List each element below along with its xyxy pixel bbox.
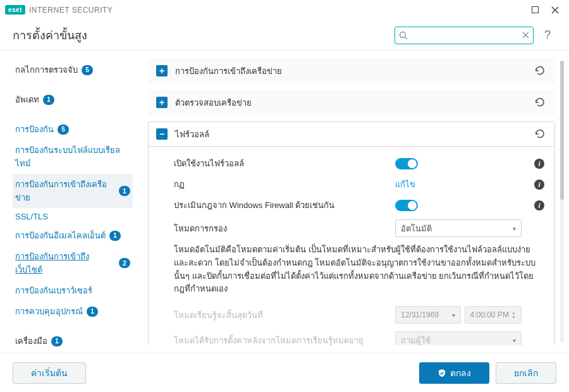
app-logo: eset INTERNET SECURITY xyxy=(5,5,113,15)
badge: 1 xyxy=(119,186,130,196)
footer: ค่าเริ่มต้น ตกลง ยกเลิก xyxy=(0,353,569,392)
label: ประเมินกฎจาก Windows Firewall ด้วยเช่นกั… xyxy=(174,199,389,212)
revert-icon[interactable] xyxy=(533,95,547,109)
row-enable-firewall: เปิดใช้งานไฟร์วอลล์ i xyxy=(174,153,546,174)
header: การตั้งค่าขั้นสูง ? xyxy=(0,20,569,51)
badge: 2 xyxy=(119,258,130,268)
help-button[interactable]: ? xyxy=(539,28,556,42)
info-icon[interactable]: i xyxy=(534,200,544,211)
page-title: การตั้งค่าขั้นสูง xyxy=(13,26,87,44)
chevron-down-icon: ▾ xyxy=(452,312,455,319)
label: โหมดเรียนรู้จะสิ้นสุดวันที่ xyxy=(174,309,389,322)
label: กฏ xyxy=(174,178,389,191)
sidebar: กลไกการตรวจจับ5 อัพเดท1 การป้องกัน5 การป… xyxy=(0,51,139,353)
sidebar-item-update[interactable]: อัพเดท1 xyxy=(13,89,133,110)
titlebar: eset INTERNET SECURITY xyxy=(0,0,569,20)
badge: 1 xyxy=(87,307,98,317)
sidebar-item-web-access[interactable]: การป้องกันการเข้าถึงเว็บไซต์2 xyxy=(13,246,133,280)
row-filtering-mode: โหมดการกรอง อัตโนมัติ ▾ xyxy=(174,216,546,241)
shield-icon xyxy=(437,369,446,377)
learning-end-date-input: 12/31/1969 ▾ xyxy=(395,306,461,324)
expand-icon: + xyxy=(156,65,168,77)
select-value: อัตโนมัติ xyxy=(401,222,432,235)
row-after-learning: โหมดได้รับการตั้งค่าหลังจากโหมดการเรียนร… xyxy=(174,328,546,345)
info-icon[interactable]: i xyxy=(534,159,544,169)
scrollbar-thumb[interactable] xyxy=(560,61,564,200)
clear-search-icon[interactable] xyxy=(522,32,529,39)
window-close-icon[interactable] xyxy=(546,1,564,19)
label: โหมดการกรอง xyxy=(174,222,389,235)
eval-wf-toggle[interactable] xyxy=(395,200,418,211)
svg-rect-0 xyxy=(532,7,538,13)
filtering-mode-select[interactable]: อัตโนมัติ ▾ xyxy=(395,219,522,237)
sidebar-item-network-access[interactable]: การป้องกันการเข้าถึงเครือข่าย1 xyxy=(13,174,133,208)
section-network-inspector[interactable]: + ตัวตรวจสอบเครือข่าย xyxy=(148,90,555,115)
cancel-button[interactable]: ยกเลิก xyxy=(496,362,556,384)
badge: 5 xyxy=(58,125,69,135)
sidebar-item-realtime-fs[interactable]: การป้องกันระบบไฟล์แบบเรียลไทม์ xyxy=(13,140,133,174)
firewall-panel: เปิดใช้งานไฟร์วอลล์ i กฏ แก้ไข i ประเมิน… xyxy=(148,147,555,345)
row-learning-end: โหมดเรียนรู้จะสิ้นสุดวันที่ 12/31/1969 ▾… xyxy=(174,302,546,328)
search-box[interactable] xyxy=(395,27,534,44)
section-title: การป้องกันการเข้าถึงเครือข่าย xyxy=(175,64,525,78)
after-learning-select: ถามผู้ใช้ ▾ xyxy=(395,331,522,345)
info-icon[interactable]: i xyxy=(534,180,544,190)
spinner-icon: ▲▼ xyxy=(511,310,516,319)
brand-badge: eset xyxy=(5,5,25,15)
revert-icon[interactable] xyxy=(533,127,547,141)
svg-point-1 xyxy=(400,32,406,37)
learning-end-time-input: 4:00:00 PM ▲▼ xyxy=(465,306,522,324)
enable-firewall-toggle[interactable] xyxy=(395,158,418,169)
row-rules: กฏ แก้ไข i xyxy=(174,174,546,195)
edit-rules-link[interactable]: แก้ไข xyxy=(395,178,415,191)
badge: 1 xyxy=(51,336,63,346)
section-title: ตัวตรวจสอบเครือข่าย xyxy=(175,96,525,109)
product-name: INTERNET SECURITY xyxy=(29,6,113,15)
row-eval-windows-firewall: ประเมินกฎจาก Windows Firewall ด้วยเช่นกั… xyxy=(174,195,546,216)
chevron-down-icon: ▾ xyxy=(513,225,516,232)
sidebar-item-device-control[interactable]: การควบคุมอุปกรณ์1 xyxy=(13,301,133,322)
expand-icon: + xyxy=(156,97,168,108)
filtering-mode-description: โหมดอัตโนมัติคือโหมดตามค่าเริ่มต้น เป็นโ… xyxy=(174,241,546,302)
badge: 1 xyxy=(43,95,54,105)
section-network-protection[interactable]: + การป้องกันการเข้าถึงเครือข่าย xyxy=(148,58,555,83)
sidebar-item-email-client[interactable]: การป้องกันอีเมลไคลเอ็นต์1 xyxy=(13,225,133,246)
defaults-button[interactable]: ค่าเริ่มต้น xyxy=(13,362,86,384)
select-value: ถามผู้ใช้ xyxy=(401,334,431,345)
revert-icon[interactable] xyxy=(533,64,547,78)
sidebar-item-browser[interactable]: การป้องกันเบราว์เซอร์ xyxy=(13,280,133,301)
search-input[interactable] xyxy=(408,31,522,40)
chevron-down-icon: ▾ xyxy=(513,337,516,344)
label: เปิดใช้งานไฟร์วอลล์ xyxy=(174,157,389,170)
section-title: ไฟร์วอลล์ xyxy=(175,128,525,141)
window-maximize-icon[interactable] xyxy=(526,1,544,19)
badge: 5 xyxy=(82,65,93,75)
search-icon xyxy=(399,31,408,40)
sidebar-item-ssl-tls[interactable]: SSL/TLS xyxy=(13,208,133,225)
sidebar-item-protection[interactable]: การป้องกัน5 xyxy=(13,119,133,140)
label: โหมดได้รับการตั้งค่าหลังจากโหมดการเรียนร… xyxy=(174,334,389,345)
badge: 1 xyxy=(109,231,121,241)
ok-button[interactable]: ตกลง xyxy=(419,362,489,384)
main-area: + การป้องกันการเข้าถึงเครือข่าย + ตัวตรว… xyxy=(139,51,569,353)
section-firewall[interactable]: − ไฟร์วอลล์ xyxy=(148,121,555,147)
collapse-icon: − xyxy=(156,128,168,140)
scrollbar[interactable] xyxy=(560,61,564,343)
sidebar-item-detection-engine[interactable]: กลไกการตรวจจับ5 xyxy=(13,59,133,80)
sidebar-item-tools[interactable]: เครื่องมือ1 xyxy=(13,331,133,352)
